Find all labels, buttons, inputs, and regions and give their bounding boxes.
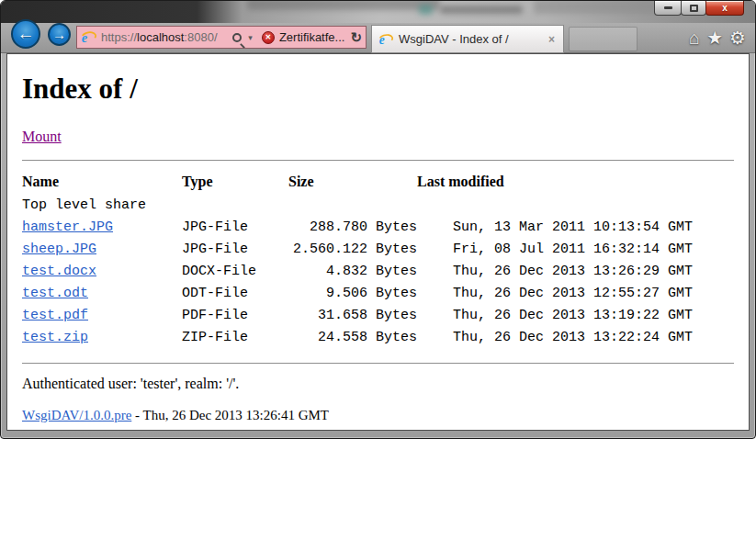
file-type: DOCX-File [182, 260, 288, 282]
page-footer: WsgiDAV/1.0.0.pre - Thu, 26 Dec 2013 13:… [22, 408, 734, 423]
table-row: sheep.JPG JPG-File 2.560.122 Bytes Fri, … [22, 238, 693, 260]
new-tab-button[interactable] [569, 27, 638, 51]
file-size: 24.558 Bytes [288, 326, 417, 348]
file-type: ZIP-File [182, 326, 288, 348]
favorites-star-icon[interactable]: ★ [706, 27, 723, 49]
tab-title: WsgiDAV - Index of / [399, 32, 547, 46]
close-icon: x [722, 3, 728, 13]
wsgidav-index-page: Index of / Mount Name Type Size Last mod… [7, 73, 749, 423]
column-header-name: Name [22, 170, 182, 194]
window-controls: x [655, 1, 744, 16]
file-size: 31.658 Bytes [288, 304, 417, 326]
file-size: 2.560.122 Bytes [288, 238, 417, 260]
file-type: ODT-File [182, 282, 288, 304]
share-note: Top level share [22, 194, 693, 216]
browser-window: x ← → e https://localhost:8080/ ▾ ✕ Zert… [0, 0, 756, 439]
file-modified: Sun, 13 Mar 2011 10:13:54 GMT [417, 216, 693, 238]
page-title: Index of / [22, 73, 734, 106]
table-header-row: Name Type Size Last modified [22, 170, 693, 194]
column-header-size: Size [288, 170, 417, 194]
page-viewport: Index of / Mount Name Type Size Last mod… [6, 53, 750, 431]
file-modified: Thu, 26 Dec 2013 13:19:22 GMT [417, 304, 693, 326]
file-type: JPG-File [182, 238, 288, 260]
address-bar[interactable]: e https://localhost:8080/ ▾ ✕ Zertifikat… [76, 26, 367, 49]
share-note-row: Top level share [22, 194, 693, 216]
close-button[interactable]: x [705, 1, 744, 16]
navigation-bar: ← → e https://localhost:8080/ ▾ ✕ Zertif… [1, 23, 755, 53]
file-type: PDF-File [182, 304, 288, 326]
forward-button[interactable]: → [48, 23, 71, 46]
table-row: test.pdf PDF-File 31.658 Bytes Thu, 26 D… [22, 304, 693, 326]
search-icon[interactable] [232, 33, 242, 42]
file-link[interactable]: test.pdf [22, 308, 88, 323]
certificate-error-label[interactable]: Zertifikatfe... [279, 30, 345, 44]
restore-button[interactable] [681, 1, 706, 16]
tab-favicon-ie-icon: e [378, 32, 393, 47]
restore-icon [690, 5, 698, 12]
tools-gear-icon[interactable]: ⚙ [729, 27, 746, 49]
file-type: JPG-File [182, 216, 288, 238]
refresh-icon[interactable]: ↻ [350, 29, 362, 46]
table-row: test.odt ODT-File 9.506 Bytes Thu, 26 De… [22, 282, 693, 304]
file-modified: Fri, 08 Jul 2011 16:32:14 GMT [417, 238, 693, 260]
command-bar: ⌂ ★ ⚙ [689, 27, 746, 49]
file-table: Name Type Size Last modified Top level s… [22, 170, 693, 348]
table-row: hamster.JPG JPG-File 288.780 Bytes Sun, … [22, 216, 693, 238]
certificate-error-icon[interactable]: ✕ [262, 31, 275, 44]
column-header-type: Type [182, 170, 288, 194]
home-icon[interactable]: ⌂ [689, 27, 700, 49]
authenticated-user-note: Authenticated user: 'tester', realm: '/'… [22, 376, 734, 392]
wsgidav-version-link[interactable]: WsgiDAV/1.0.0.pre [22, 408, 131, 422]
file-size: 9.506 Bytes [288, 282, 417, 304]
file-modified: Thu, 26 Dec 2013 13:22:24 GMT [417, 326, 693, 348]
divider [22, 160, 734, 162]
mount-link[interactable]: Mount [22, 129, 62, 145]
file-modified: Thu, 26 Dec 2013 13:26:29 GMT [417, 260, 693, 282]
file-link[interactable]: test.zip [22, 330, 88, 345]
ie-logo-icon: e [81, 29, 96, 45]
file-link[interactable]: test.odt [22, 286, 88, 301]
file-modified: Thu, 26 Dec 2013 12:55:27 GMT [417, 282, 693, 304]
divider [22, 363, 734, 365]
minimize-button[interactable] [654, 1, 682, 16]
back-button[interactable]: ← [11, 19, 40, 49]
forward-arrow-icon: → [52, 27, 66, 42]
url-text[interactable]: https://localhost:8080/ [101, 30, 218, 44]
file-link[interactable]: sheep.JPG [22, 242, 96, 257]
minimize-icon [664, 6, 672, 9]
footer-date: - Thu, 26 Dec 2013 13:26:41 GMT [131, 408, 329, 422]
title-bar: x [1, 1, 755, 23]
back-arrow-icon: ← [17, 24, 35, 44]
column-header-last-modified: Last modified [417, 170, 693, 194]
tab-wsgidav[interactable]: e WsgiDAV - Index of / × [371, 25, 564, 53]
table-row: test.docx DOCX-File 4.832 Bytes Thu, 26 … [22, 260, 693, 282]
file-link[interactable]: hamster.JPG [22, 219, 113, 235]
file-link[interactable]: test.docx [22, 264, 96, 279]
file-size: 288.780 Bytes [288, 216, 417, 238]
tab-close-icon[interactable]: × [547, 33, 557, 46]
table-row: test.zip ZIP-File 24.558 Bytes Thu, 26 D… [22, 326, 693, 348]
search-dropdown-caret-icon[interactable]: ▾ [248, 33, 253, 42]
file-size: 4.832 Bytes [288, 260, 417, 282]
